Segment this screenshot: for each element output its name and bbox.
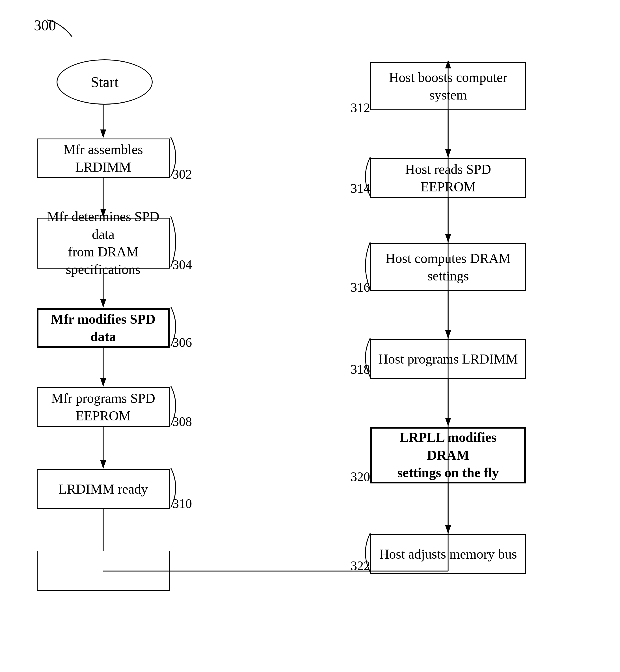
box-306: Mfr modifies SPD data bbox=[37, 308, 170, 348]
start-ellipse: Start bbox=[57, 59, 153, 105]
start-label: Start bbox=[91, 74, 118, 91]
curve-306 bbox=[168, 304, 182, 349]
box-308: Mfr programs SPD EEPROM bbox=[37, 387, 170, 427]
box-312: Host boosts computersystem bbox=[370, 62, 526, 110]
box-304: Mfr determines SPD datafrom DRAM specifi… bbox=[37, 218, 170, 269]
ref-312: 312 bbox=[351, 100, 370, 115]
box-bottom-left bbox=[37, 551, 170, 591]
diagram-container: 300 Start Mfr assembles LRDIMM 302 Mfr d… bbox=[0, 0, 620, 672]
curve-310 bbox=[168, 465, 182, 510]
box-316: Host computes DRAMsettings bbox=[370, 243, 526, 291]
box-320: LRPLL modifies DRAMsettings on the fly bbox=[370, 427, 526, 483]
ref-300-arrow bbox=[44, 17, 78, 45]
box-318: Host programs LRDIMM bbox=[370, 339, 526, 379]
ref-320: 320 bbox=[351, 469, 370, 484]
curve-308 bbox=[168, 383, 182, 428]
box-302: Mfr assembles LRDIMM bbox=[37, 139, 170, 178]
curve-322 bbox=[359, 530, 373, 575]
curve-314 bbox=[359, 154, 373, 199]
curve-318 bbox=[359, 335, 373, 380]
box-310: LRDIMM ready bbox=[37, 469, 170, 509]
curve-316 bbox=[359, 239, 373, 293]
curve-304 bbox=[168, 213, 182, 270]
box-314: Host reads SPD EEPROM bbox=[370, 158, 526, 198]
box-322: Host adjusts memory bus bbox=[370, 534, 526, 574]
curve-302 bbox=[168, 134, 182, 179]
